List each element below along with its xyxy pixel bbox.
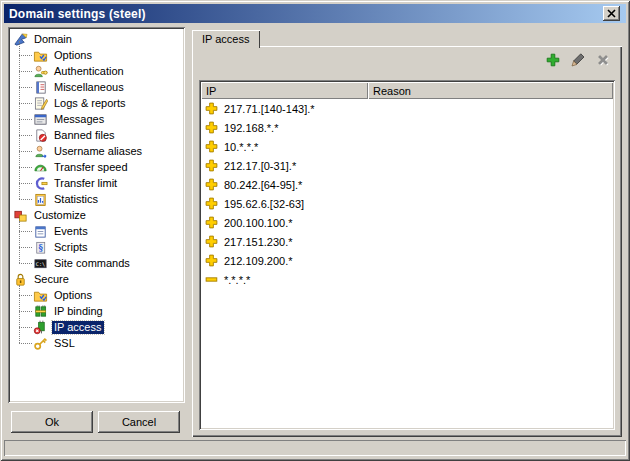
tree-item-secure[interactable]: Secure <box>10 271 183 287</box>
ok-button-label: Ok <box>45 416 59 428</box>
site-commands-icon: C:\ <box>33 256 48 271</box>
tree-item-label: Statistics <box>52 193 100 206</box>
tree-item-label: Events <box>52 225 90 238</box>
delete-button[interactable] <box>594 51 612 69</box>
tree-connector <box>19 135 32 136</box>
titlebar[interactable]: Domain settings (steel) <box>4 4 626 23</box>
tree-item-domain[interactable]: Domain <box>10 31 183 47</box>
ip-value: 212.109.200.* <box>224 255 293 267</box>
ip-access-toolbar <box>544 51 612 69</box>
column-header-ip[interactable]: IP <box>201 82 368 99</box>
folder-options-icon <box>33 288 48 303</box>
edit-icon <box>570 52 586 68</box>
banned-files-icon <box>33 128 48 143</box>
ip-value: 195.62.6.[32-63] <box>224 198 304 210</box>
tree-item-banned-files[interactable]: Banned files <box>10 127 183 143</box>
tree-item-ip-binding[interactable]: IP binding <box>10 303 183 319</box>
ip-value: 10.*.*.* <box>224 141 258 153</box>
settings-tree: Domain Options Authentication Miscellane… <box>8 27 185 403</box>
allow-rule-icon <box>205 197 218 210</box>
tree-item-logs-reports[interactable]: Logs & reports <box>10 95 183 111</box>
ip-rule-row[interactable]: 80.242.[64-95].* <box>201 175 613 194</box>
ip-rule-row[interactable]: 217.71.[140-143].* <box>201 99 613 118</box>
tree-item-label: Options <box>52 289 94 302</box>
tree-connector-line <box>19 285 20 343</box>
tree-item-statistics[interactable]: Statistics <box>10 191 183 207</box>
allow-rule-icon <box>205 140 218 153</box>
allow-rule-icon <box>205 235 218 248</box>
tree-item-options-1[interactable]: Options <box>10 47 183 63</box>
miscellaneous-icon <box>33 80 48 95</box>
cancel-button[interactable]: Cancel <box>98 411 180 433</box>
tree-item-transfer-limit[interactable]: Transfer limit <box>10 175 183 191</box>
tree-connector <box>19 231 32 232</box>
ip-binding-icon <box>33 304 48 319</box>
tree-item-options-2[interactable]: Options <box>10 287 183 303</box>
window-title: Domain settings (steel) <box>9 7 146 21</box>
ip-rule-row[interactable]: 10.*.*.* <box>201 137 613 156</box>
allow-rule-icon <box>205 102 218 115</box>
close-button[interactable] <box>603 6 620 21</box>
authentication-icon <box>33 64 48 79</box>
delete-icon <box>595 52 611 68</box>
ip-rule-row[interactable]: *.*.*.* <box>201 270 613 289</box>
ip-rule-row[interactable]: 200.100.100.* <box>201 213 613 232</box>
ip-value: 192.168.*.* <box>224 122 278 134</box>
allow-rule-icon <box>205 159 218 172</box>
tree-item-transfer-speed[interactable]: Transfer speed <box>10 159 183 175</box>
add-icon <box>545 52 561 68</box>
cancel-button-label: Cancel <box>122 416 156 428</box>
ip-access-list: IP Reason 217.71.[140-143].* 192.168.*.*… <box>199 80 615 430</box>
ssl-icon <box>33 336 48 351</box>
ip-value: 80.242.[64-95].* <box>224 179 302 191</box>
ip-rule-row[interactable]: 212.109.200.* <box>201 251 613 270</box>
svg-text:C:\: C:\ <box>36 261 45 267</box>
tree-item-messages[interactable]: Messages <box>10 111 183 127</box>
tree-item-label: Options <box>52 49 94 62</box>
ip-value: 217.71.[140-143].* <box>224 103 315 115</box>
tree-item-label: Authentication <box>52 65 126 78</box>
ok-button[interactable]: Ok <box>11 411 93 433</box>
transfer-limit-icon <box>33 176 48 191</box>
ip-access-icon <box>33 320 48 335</box>
tree-item-label: SSL <box>52 337 77 350</box>
tree-item-ip-access[interactable]: IP access <box>10 319 183 335</box>
allow-rule-icon <box>205 178 218 191</box>
ip-access-panel: IP Reason 217.71.[140-143].* 192.168.*.*… <box>192 46 622 437</box>
ip-rule-row[interactable]: 212.17.[0-31].* <box>201 156 613 175</box>
tree-item-username-aliases[interactable]: Username aliases <box>10 143 183 159</box>
allow-rule-icon <box>205 254 218 267</box>
customize-icon <box>13 208 28 223</box>
tab-ip-access[interactable]: IP access <box>192 30 260 48</box>
tree-connector <box>19 199 32 200</box>
deny-rule-icon <box>205 273 218 286</box>
tree-item-scripts[interactable]: § Scripts <box>10 239 183 255</box>
tree-item-label: IP binding <box>52 305 105 318</box>
tree-item-ssl[interactable]: SSL <box>10 335 183 351</box>
edit-button[interactable] <box>569 51 587 69</box>
tree-item-label: Messages <box>52 113 106 126</box>
tree-connector <box>19 247 32 248</box>
events-icon <box>33 224 48 239</box>
tree-item-label: Site commands <box>52 257 132 270</box>
column-header-reason[interactable]: Reason <box>368 82 613 99</box>
ip-rule-row[interactable]: 217.151.230.* <box>201 232 613 251</box>
tab-label: IP access <box>202 33 250 45</box>
ip-rule-row[interactable]: 195.62.6.[32-63] <box>201 194 613 213</box>
tree-item-events[interactable]: Events <box>10 223 183 239</box>
tree-connector <box>19 167 32 168</box>
tree-item-miscellaneous[interactable]: Miscellaneous <box>10 79 183 95</box>
tree-item-customize[interactable]: Customize <box>10 207 183 223</box>
scripts-icon: § <box>33 240 48 255</box>
tree-item-label: Domain <box>32 33 74 46</box>
tree-connector <box>19 311 32 312</box>
tree-item-authentication[interactable]: Authentication <box>10 63 183 79</box>
ip-rule-row[interactable]: 192.168.*.* <box>201 118 613 137</box>
add-button[interactable] <box>544 51 562 69</box>
secure-icon <box>13 272 28 287</box>
domain-icon <box>13 32 28 47</box>
tree-connector <box>19 55 32 56</box>
tree-item-site-commands[interactable]: C:\ Site commands <box>10 255 183 271</box>
svg-text:§: § <box>38 242 43 252</box>
allow-rule-icon <box>205 216 218 229</box>
